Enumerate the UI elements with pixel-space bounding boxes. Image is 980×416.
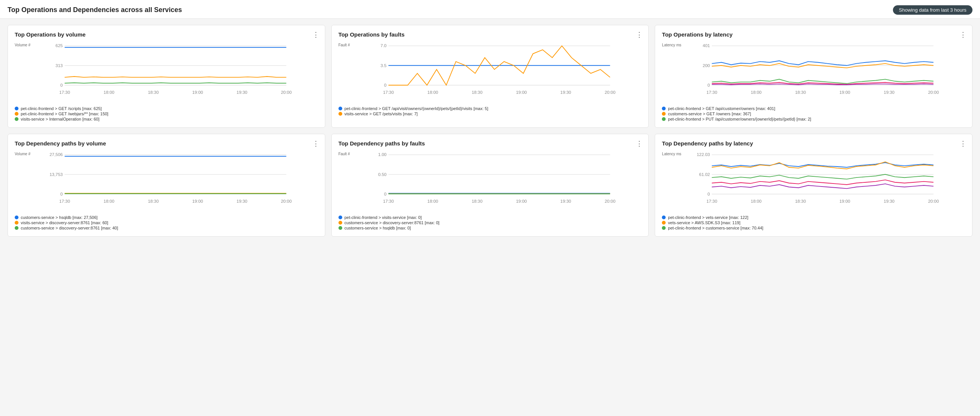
legend-dot	[339, 106, 342, 110]
chart-area-top-ops-faults: Fault #03.57.017:3018:0018:3019:0019:302…	[339, 43, 642, 103]
card-title-top-dep-faults: Top Dependency paths by faults	[339, 140, 642, 146]
svg-text:625: 625	[56, 43, 62, 48]
svg-text:17:30: 17:30	[383, 90, 394, 95]
svg-text:19:00: 19:00	[516, 90, 527, 95]
card-menu-top-ops-faults[interactable]: ⋮	[636, 30, 643, 39]
legend-item: pet-clinic-frontend > customers-service …	[662, 226, 965, 230]
svg-text:18:00: 18:00	[427, 199, 438, 203]
legend-label: pet-clinic-frontend > PUT /api/customer/…	[668, 117, 811, 121]
card-menu-top-ops-latency[interactable]: ⋮	[959, 30, 967, 39]
legend-label: vets-service > AWS.SDK.S3 [max: 119]	[668, 221, 740, 225]
legend-item: pet-clinic-frontend > PUT /api/customer/…	[662, 117, 965, 121]
card-menu-top-ops-volume[interactable]: ⋮	[312, 30, 320, 39]
legend-item: pet-clinic-frontend > GET /scripts [max:…	[15, 106, 318, 111]
card-title-top-ops-volume: Top Operations by volume	[15, 31, 318, 38]
legend-label: customers-service > GET /owners [max: 36…	[668, 111, 751, 116]
svg-text:17:30: 17:30	[59, 90, 70, 95]
legend-dot	[662, 106, 666, 110]
chart-area-top-ops-latency: Latency ms020040117:3018:0018:3019:0019:…	[662, 43, 965, 103]
legend-dot	[15, 216, 19, 219]
legend-item: customers-service > hsqldb [max: 0]	[339, 226, 642, 230]
page-header: Top Operations and Dependencies across a…	[0, 0, 980, 19]
card-title-top-dep-latency: Top Dependency paths by latency	[662, 140, 965, 146]
legend-dot	[662, 112, 666, 116]
svg-text:17:30: 17:30	[383, 199, 394, 203]
legend-item: visits-service > discovery-server:8761 […	[15, 221, 318, 225]
svg-text:18:00: 18:00	[751, 90, 762, 95]
svg-text:27,506: 27,506	[49, 152, 62, 157]
legend-label: pet-clinic-frontend > GET /scripts [max:…	[21, 106, 102, 111]
card-menu-top-dep-faults[interactable]: ⋮	[636, 140, 643, 148]
legend-label: visits-service > InternalOperation [max:…	[21, 117, 100, 121]
svg-text:20:00: 20:00	[928, 90, 939, 95]
svg-text:0: 0	[60, 83, 62, 87]
svg-text:0.50: 0.50	[378, 172, 387, 177]
svg-text:200: 200	[703, 63, 710, 68]
card-menu-top-dep-latency[interactable]: ⋮	[959, 140, 967, 148]
legend-label: customers-service > discovery-server:876…	[21, 226, 118, 230]
svg-text:19:00: 19:00	[839, 199, 850, 203]
legend-label: pet-clinic-frontend > GET /api/customer/…	[668, 106, 775, 111]
svg-text:17:30: 17:30	[707, 90, 718, 95]
chart-svg: 020040117:3018:0018:3019:0019:3020:00	[662, 43, 965, 96]
legend-item: visits-service > GET /pets/visits [max: …	[339, 111, 642, 116]
svg-text:19:30: 19:30	[237, 199, 248, 203]
svg-text:17:30: 17:30	[707, 199, 718, 203]
legend-top-dep-volume: customers-service > hsqldb [max: 27,506]…	[15, 215, 318, 230]
card-top-ops-latency: Top Operations by latency⋮Latency ms0200…	[655, 25, 972, 128]
legend-item: vets-service > AWS.SDK.S3 [max: 119]	[662, 221, 965, 225]
chart-area-top-dep-volume: Volume #013,75327,50617:3018:0018:3019:0…	[15, 152, 318, 212]
svg-text:0: 0	[60, 192, 62, 196]
legend-dot	[15, 112, 19, 116]
svg-text:20:00: 20:00	[605, 90, 616, 95]
legend-top-ops-volume: pet-clinic-frontend > GET /scripts [max:…	[15, 106, 318, 121]
chart-svg: 061.02122.0317:3018:0018:3019:0019:3020:…	[662, 152, 965, 205]
svg-text:19:00: 19:00	[192, 90, 203, 95]
legend-dot	[339, 112, 342, 116]
legend-dot	[339, 216, 342, 219]
svg-text:18:30: 18:30	[795, 199, 806, 203]
chart-area-top-ops-volume: Volume #031362517:3018:0018:3019:0019:30…	[15, 43, 318, 103]
svg-text:0: 0	[384, 192, 387, 196]
legend-label: customers-service > discovery-server:876…	[345, 221, 439, 225]
y-axis-label-top-ops-latency: Latency ms	[662, 43, 681, 47]
svg-text:18:30: 18:30	[471, 199, 482, 203]
svg-text:0: 0	[708, 83, 710, 87]
chart-area-top-dep-faults: Fault #00.501.0017:3018:0018:3019:0019:3…	[339, 152, 642, 212]
legend-label: pet-clinic-frontend > visits-service [ma…	[345, 215, 422, 220]
svg-text:18:30: 18:30	[795, 90, 806, 95]
legend-label: pet-clinic-frontend > GET /webjars/** [m…	[21, 111, 108, 116]
legend-top-ops-faults: pet-clinic-frontend > GET /api/visit/own…	[339, 106, 642, 116]
card-title-top-ops-latency: Top Operations by latency	[662, 31, 965, 38]
svg-text:18:30: 18:30	[148, 199, 159, 203]
svg-text:7.0: 7.0	[380, 43, 387, 48]
svg-text:19:00: 19:00	[192, 199, 203, 203]
svg-text:19:30: 19:30	[560, 199, 571, 203]
legend-label: customers-service > hsqldb [max: 27,506]	[21, 215, 98, 220]
legend-item: customers-service > hsqldb [max: 27,506]	[15, 215, 318, 220]
legend-label: visits-service > discovery-server:8761 […	[21, 221, 108, 225]
legend-top-dep-latency: pet-clinic-frontend > vets-service [max:…	[662, 215, 965, 230]
svg-text:3.5: 3.5	[380, 63, 387, 68]
svg-text:61.02: 61.02	[699, 172, 710, 177]
card-top-dep-faults: Top Dependency paths by faults⋮Fault #00…	[331, 134, 649, 237]
card-top-ops-volume: Top Operations by volume⋮Volume #0313625…	[8, 25, 325, 128]
legend-label: pet-clinic-frontend > GET /api/visit/own…	[345, 106, 488, 111]
svg-text:18:00: 18:00	[103, 199, 115, 203]
svg-text:18:30: 18:30	[471, 90, 482, 95]
svg-text:20:00: 20:00	[605, 199, 616, 203]
svg-text:18:30: 18:30	[148, 90, 159, 95]
svg-text:19:30: 19:30	[560, 90, 571, 95]
svg-text:19:00: 19:00	[516, 199, 527, 203]
svg-text:18:00: 18:00	[427, 90, 438, 95]
svg-text:19:30: 19:30	[884, 199, 895, 203]
legend-item: customers-service > discovery-server:876…	[15, 226, 318, 230]
card-top-dep-volume: Top Dependency paths by volume⋮Volume #0…	[8, 134, 325, 237]
y-axis-label-top-ops-faults: Fault #	[339, 43, 350, 47]
legend-item: pet-clinic-frontend > visits-service [ma…	[339, 215, 642, 220]
chart-svg: 03.57.017:3018:0018:3019:0019:3020:00	[339, 43, 642, 96]
svg-text:20:00: 20:00	[928, 199, 939, 203]
svg-text:20:00: 20:00	[281, 199, 292, 203]
card-menu-top-dep-volume[interactable]: ⋮	[312, 140, 320, 148]
legend-dot	[15, 106, 19, 110]
